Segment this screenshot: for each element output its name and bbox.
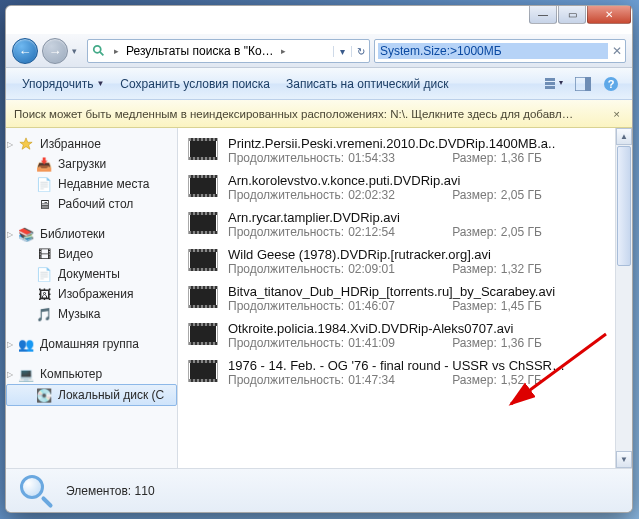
file-size: 1,36 ГБ <box>501 336 542 350</box>
scrollbar[interactable]: ▲ ▼ <box>615 128 632 468</box>
list-item[interactable]: Wild Geese (1978).DVDRip.[rutracker.org]… <box>180 243 613 280</box>
file-name: 1976 - 14. Feb. - OG '76 - final round -… <box>228 358 605 373</box>
file-name: Wild Geese (1978).DVDRip.[rutracker.org]… <box>228 247 605 262</box>
list-item[interactable]: Arn.rycar.tamplier.DVDRip.aviПродолжител… <box>180 206 613 243</box>
video-icon: 🎞 <box>36 246 52 262</box>
homegroup-icon: 👥 <box>18 336 34 352</box>
computer-icon: 💻 <box>18 366 34 382</box>
breadcrumb[interactable]: ▸ Результаты поиска в "Ко… ▸ ▾ ↻ <box>87 39 370 63</box>
video-thumbnail-icon <box>188 138 218 160</box>
list-item[interactable]: Printz.Persii.Peski.vremeni.2010.Dc.DVDR… <box>180 132 613 169</box>
duration-label: Продолжительность: <box>228 373 344 387</box>
magnifier-icon <box>18 473 54 509</box>
size-label: Размер: <box>452 225 497 239</box>
list-item[interactable]: Bitva_titanov_Dub_HDRip_[torrents.ru]_by… <box>180 280 613 317</box>
chevron-right-icon[interactable]: ▸ <box>277 46 290 56</box>
pictures-icon: 🖼 <box>36 286 52 302</box>
list-item[interactable]: Arn.korolevstvo.v.konce.puti.DVDRip.aviП… <box>180 169 613 206</box>
elements-label: Элементов: <box>66 484 131 498</box>
size-label: Размер: <box>452 262 497 276</box>
svg-rect-3 <box>545 82 555 85</box>
recent-icon: 📄 <box>36 176 52 192</box>
sidebar-favorites[interactable]: Избранное <box>6 134 177 154</box>
size-label: Размер: <box>452 299 497 313</box>
file-name: Arn.korolevstvo.v.konce.puti.DVDRip.avi <box>228 173 605 188</box>
search-input[interactable] <box>378 43 608 59</box>
music-icon: 🎵 <box>36 306 52 322</box>
file-duration: 01:47:34 <box>348 373 412 387</box>
burn-button[interactable]: Записать на оптический диск <box>278 73 457 95</box>
maximize-button[interactable]: ▭ <box>558 6 586 24</box>
duration-label: Продолжительность: <box>228 336 344 350</box>
chevron-right-icon[interactable]: ▸ <box>110 46 123 56</box>
sidebar-item-pictures[interactable]: 🖼Изображения <box>6 284 177 304</box>
size-label: Размер: <box>452 151 497 165</box>
sidebar-item-music[interactable]: 🎵Музыка <box>6 304 177 324</box>
save-search-button[interactable]: Сохранить условия поиска <box>112 73 278 95</box>
scroll-thumb[interactable] <box>617 146 631 266</box>
breadcrumb-dropdown[interactable]: ▾ <box>333 46 351 57</box>
forward-button[interactable]: → <box>42 38 68 64</box>
duration-label: Продолжительность: <box>228 299 344 313</box>
info-bar[interactable]: Поиск может быть медленным в неиндексиро… <box>6 100 632 128</box>
organize-button[interactable]: Упорядочить▼ <box>14 73 112 95</box>
file-size: 1,32 ГБ <box>501 262 542 276</box>
sidebar: Избранное 📥Загрузки 📄Недавние места 🖥Раб… <box>6 128 178 468</box>
downloads-icon: 📥 <box>36 156 52 172</box>
svg-rect-4 <box>545 86 555 89</box>
breadcrumb-segment[interactable]: Результаты поиска в "Ко… <box>123 44 277 58</box>
file-size: 2,05 ГБ <box>501 225 542 239</box>
file-name: Otkroite.policia.1984.XviD.DVDRip-Aleks0… <box>228 321 605 336</box>
list-pane: Printz.Persii.Peski.vremeni.2010.Dc.DVDR… <box>178 128 615 468</box>
preview-pane-button[interactable] <box>570 73 596 95</box>
history-dropdown[interactable]: ▾ <box>72 46 83 56</box>
clear-search-icon[interactable]: ✕ <box>608 44 622 58</box>
file-size: 1,52 ГБ <box>501 373 542 387</box>
list-item[interactable]: Otkroite.policia.1984.XviD.DVDRip-Aleks0… <box>180 317 613 354</box>
sidebar-item-recent[interactable]: 📄Недавние места <box>6 174 177 194</box>
scroll-up-button[interactable]: ▲ <box>616 128 632 145</box>
size-label: Размер: <box>452 188 497 202</box>
video-thumbnail-icon <box>188 360 218 382</box>
star-icon <box>18 136 34 152</box>
size-label: Размер: <box>452 336 497 350</box>
body: Избранное 📥Загрузки 📄Недавние места 🖥Раб… <box>6 128 632 468</box>
help-button[interactable]: ? <box>598 73 624 95</box>
svg-rect-2 <box>545 78 555 81</box>
sidebar-item-desktop[interactable]: 🖥Рабочий стол <box>6 194 177 214</box>
toolbar: Упорядочить▼ Сохранить условия поиска За… <box>6 68 632 100</box>
sidebar-item-documents[interactable]: 📄Документы <box>6 264 177 284</box>
sidebar-item-downloads[interactable]: 📥Загрузки <box>6 154 177 174</box>
file-name: Printz.Persii.Peski.vremeni.2010.Dc.DVDR… <box>228 136 605 151</box>
nav-bar: ← → ▾ ▸ Результаты поиска в "Ко… ▸ ▾ ↻ ✕ <box>6 34 632 68</box>
file-duration: 01:54:33 <box>348 151 412 165</box>
back-button[interactable]: ← <box>12 38 38 64</box>
close-button[interactable]: ✕ <box>587 6 631 24</box>
minimize-button[interactable]: — <box>529 6 557 24</box>
libraries-icon: 📚 <box>18 226 34 242</box>
list-item[interactable]: 1976 - 14. Feb. - OG '76 - final round -… <box>180 354 613 391</box>
info-close-icon[interactable]: × <box>609 108 624 120</box>
sidebar-homegroup[interactable]: 👥 Домашняя группа <box>6 334 177 354</box>
sidebar-item-local-disk[interactable]: 💽Локальный диск (С <box>6 384 177 406</box>
view-options-button[interactable] <box>542 73 568 95</box>
status-bar: Элементов: 110 <box>6 468 632 512</box>
video-thumbnail-icon <box>188 249 218 271</box>
sidebar-computer[interactable]: 💻 Компьютер <box>6 364 177 384</box>
sidebar-libraries[interactable]: 📚 Библиотеки <box>6 224 177 244</box>
search-box[interactable]: ✕ <box>374 39 626 63</box>
scroll-down-button[interactable]: ▼ <box>616 451 632 468</box>
refresh-button[interactable]: ↻ <box>351 46 369 57</box>
explorer-window: — ▭ ✕ ← → ▾ ▸ Результаты поиска в "Ко… ▸… <box>5 5 633 513</box>
video-thumbnail-icon <box>188 212 218 234</box>
file-duration: 02:12:54 <box>348 225 412 239</box>
video-thumbnail-icon <box>188 286 218 308</box>
sidebar-item-video[interactable]: 🎞Видео <box>6 244 177 264</box>
file-name: Arn.rycar.tamplier.DVDRip.avi <box>228 210 605 225</box>
info-text: Поиск может быть медленным в неиндексиро… <box>14 108 573 120</box>
svg-line-1 <box>100 52 104 56</box>
svg-rect-6 <box>585 77 591 91</box>
file-list: Printz.Persii.Peski.vremeni.2010.Dc.DVDR… <box>178 128 615 468</box>
size-label: Размер: <box>452 373 497 387</box>
titlebar[interactable]: — ▭ ✕ <box>6 6 632 34</box>
